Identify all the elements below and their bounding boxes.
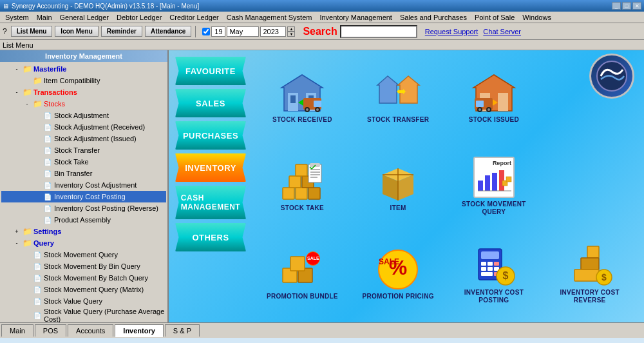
cash-management-button[interactable]: CASHMANAGEMENT xyxy=(175,186,246,219)
favourite-button[interactable]: FAVOURITE xyxy=(175,57,246,85)
inv-cost-reverse-icon-btn[interactable]: $ Inventory Cost Reverse xyxy=(543,231,636,317)
maximize-btn[interactable]: □ xyxy=(622,2,631,10)
tab-inventory[interactable]: Inventory xyxy=(115,324,164,337)
tree-stock-movement-batch[interactable]: 📄 Stock Movement By Batch Query xyxy=(1,272,166,284)
promo-pricing-icon-btn[interactable]: % SALE Promotion Pricing xyxy=(352,231,445,317)
inv-cost-posting-icon-btn[interactable]: $ Inventory Cost Posting xyxy=(448,231,541,317)
tree-stock-adjustment[interactable]: 📄 Stock Adjustment xyxy=(1,110,166,121)
item-icon-btn[interactable]: Item xyxy=(352,144,445,230)
menu-inventory[interactable]: Inventory Management xyxy=(316,13,396,22)
svg-marker-13 xyxy=(398,76,419,103)
svg-rect-28 xyxy=(296,164,307,176)
menu-cash-management[interactable]: Cash Management System xyxy=(223,13,316,22)
tab-sap[interactable]: S & P xyxy=(165,324,200,337)
svg-rect-65 xyxy=(587,246,599,258)
inventory-button[interactable]: INVENTORY xyxy=(175,153,246,182)
menu-windows[interactable]: Windows xyxy=(518,13,555,22)
svg-rect-49 xyxy=(290,257,305,271)
tree-transactions[interactable]: - 📁 Transactions xyxy=(1,86,166,98)
date-area: ▲ ▼ xyxy=(202,26,295,37)
menu-pos[interactable]: Point of Sale xyxy=(471,13,518,22)
list-menu-label: List Menu xyxy=(0,40,644,50)
tree-stock-movement-bin[interactable]: 📄 Stock Movement By Bin Query xyxy=(1,260,166,272)
bottom-tabs: Main POS Accounts Inventory S & P xyxy=(0,322,644,338)
date-year-input[interactable] xyxy=(260,26,286,37)
svg-rect-18 xyxy=(476,101,484,107)
stock-take-icon-btn[interactable]: Stock Take xyxy=(256,144,349,230)
menu-general-ledger[interactable]: General Ledger xyxy=(56,13,113,22)
tree-stock-movement-query[interactable]: 📄 Stock Movement Query xyxy=(1,249,166,260)
tree-bin-transfer[interactable]: 📄 Bin Transfer xyxy=(1,168,166,179)
tree-settings[interactable]: + 📁 Settings xyxy=(1,226,166,237)
date-month-input[interactable] xyxy=(227,26,259,37)
others-button[interactable]: OTHERS xyxy=(175,223,246,251)
svg-rect-41 xyxy=(485,175,490,191)
stock-issued-icon-btn[interactable]: Stock Issued xyxy=(448,55,541,141)
tree-stock-adjustment-received[interactable]: 📄 Stock Adjustment (Received) xyxy=(1,121,166,133)
tree-query[interactable]: - 📁 Query xyxy=(1,237,166,249)
tree-stock-take[interactable]: 📄 Stock Take xyxy=(1,156,166,168)
attendance-button[interactable]: Attendance xyxy=(145,26,191,37)
icons-grid: Stock Received Stock Transfer xyxy=(256,55,636,317)
main-layout: Inventory Management - 📁 Masterfile 📁 It… xyxy=(0,50,644,322)
tree-stock-value-query[interactable]: 📄 Stock Value Query xyxy=(1,295,166,307)
menu-sales-purchases[interactable]: Sales and Purchases xyxy=(396,13,471,22)
empty-slot xyxy=(543,144,636,230)
menu-creditor-ledger[interactable]: Creditor Ledger xyxy=(166,13,222,22)
svg-rect-55 xyxy=(481,262,486,266)
icon-menu-button[interactable]: Icon Menu xyxy=(55,26,98,37)
menu-bar: System Main General Ledger Debtor Ledger… xyxy=(0,12,644,23)
stock-transfer-icon-btn[interactable]: Stock Transfer xyxy=(352,55,445,141)
sales-button[interactable]: SALES xyxy=(175,89,246,117)
svg-text:$: $ xyxy=(502,270,508,281)
tab-accounts[interactable]: Accounts xyxy=(68,324,113,337)
close-btn[interactable]: ✕ xyxy=(632,2,641,10)
svg-rect-26 xyxy=(289,176,301,188)
date-up-btn[interactable]: ▲ xyxy=(287,26,295,32)
svg-rect-61 xyxy=(481,272,493,276)
svg-rect-66 xyxy=(581,258,599,270)
tree-stocks[interactable]: - 📁 Stocks xyxy=(1,98,166,110)
stock-received-icon-btn[interactable]: Stock Received xyxy=(256,55,349,141)
tree-stock-movement-matrix[interactable]: 📄 Stock Movement Query (Matrix) xyxy=(1,284,166,295)
tree-stock-adjustment-issued[interactable]: 📄 Stock Adjustment (Issued) xyxy=(1,133,166,144)
tree-inv-cost-posting[interactable]: 📄 Inventory Cost Posting xyxy=(1,191,166,202)
help-icon: ? xyxy=(3,27,7,36)
tree-stock-transfer[interactable]: 📄 Stock Transfer xyxy=(1,144,166,156)
svg-rect-16 xyxy=(498,93,508,111)
reminder-button[interactable]: Reminder xyxy=(101,26,142,37)
svg-rect-24 xyxy=(296,188,307,199)
svg-text:SALE: SALE xyxy=(379,257,399,266)
minimize-btn[interactable]: _ xyxy=(612,2,621,10)
svg-rect-56 xyxy=(488,262,493,266)
tree-masterfile[interactable]: - 📁 Masterfile xyxy=(1,63,166,75)
svg-rect-4 xyxy=(290,95,296,103)
tree-inv-cost-posting-reverse[interactable]: 📄 Inventory Cost Posting (Reverse) xyxy=(1,202,166,214)
purchases-button[interactable]: PURCHASES xyxy=(175,121,246,150)
tree-product-assembly[interactable]: 📄 Product Assembly xyxy=(1,214,166,226)
svg-rect-7 xyxy=(314,101,321,107)
tree-inv-cost-adjustment[interactable]: 📄 Inventory Cost Adjustment xyxy=(1,179,166,191)
left-nav-buttons: FAVOURITE SALES PURCHASES INVENTORY CASH… xyxy=(175,57,246,251)
menu-main[interactable]: Main xyxy=(33,13,56,22)
request-support-link[interactable]: Request Support xyxy=(425,28,478,35)
date-day-input[interactable] xyxy=(211,26,225,37)
search-label: Search xyxy=(303,26,337,37)
tab-main[interactable]: Main xyxy=(1,324,33,337)
menu-system[interactable]: System xyxy=(1,13,33,22)
svg-rect-23 xyxy=(283,188,294,199)
date-checkbox[interactable] xyxy=(202,28,210,35)
tab-pos[interactable]: POS xyxy=(35,324,66,337)
chat-server-link[interactable]: Chat Server xyxy=(483,28,521,35)
svg-marker-12 xyxy=(377,76,399,103)
promo-bundle-icon-btn[interactable]: SALE Promotion Bundle xyxy=(256,231,349,317)
tree-item-compatibility[interactable]: 📁 Item Compatibility xyxy=(1,75,166,86)
title-bar: 🖥 Synergy Accounting - DEMO HQ(Admin) v1… xyxy=(0,0,644,12)
stock-movement-query-icon-btn[interactable]: Report Stoc xyxy=(448,144,541,230)
menu-debtor-ledger[interactable]: Debtor Ledger xyxy=(113,13,166,22)
svg-point-20 xyxy=(478,108,481,111)
search-input[interactable] xyxy=(340,25,417,38)
list-menu-button[interactable]: List Menu xyxy=(11,26,53,37)
tree-stock-value-purchase[interactable]: 📄 Stock Value Query (Purchase Average Co… xyxy=(1,307,166,322)
date-down-btn[interactable]: ▼ xyxy=(287,32,295,37)
